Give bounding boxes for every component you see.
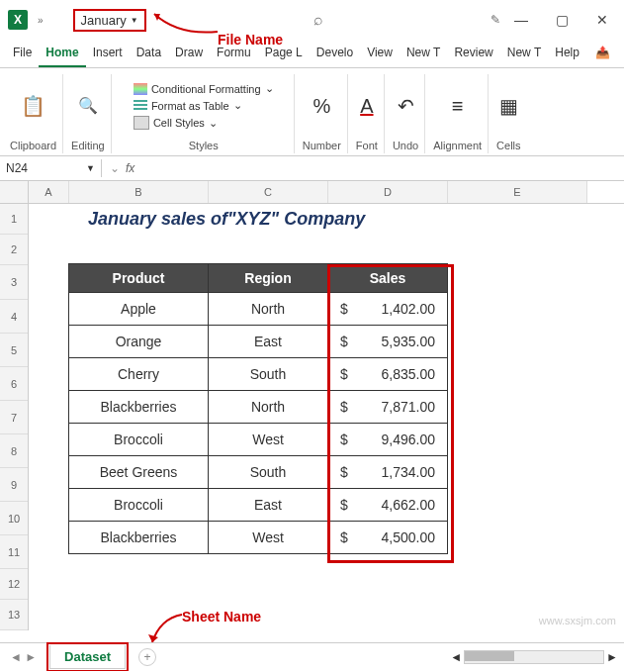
share-button[interactable]: 📤: [587, 40, 618, 67]
file-name-annotation: File Name: [218, 32, 283, 48]
qat-chevron-icon[interactable]: »: [34, 15, 47, 26]
header-region: Region: [209, 264, 328, 293]
sheet-tab-highlight: Dataset: [46, 642, 129, 671]
ribbon-cells[interactable]: ▦ Cells: [490, 74, 526, 153]
row-header[interactable]: 3: [0, 265, 28, 300]
sheet-tab-dataset[interactable]: Dataset: [49, 645, 126, 669]
conditional-formatting-button[interactable]: Conditional Formatting ⌄: [134, 82, 274, 95]
menu-developer[interactable]: Develo: [310, 40, 360, 67]
menu-review[interactable]: Review: [447, 40, 499, 67]
horizontal-scrollbar[interactable]: ◄ ►: [450, 650, 618, 664]
row-header[interactable]: 8: [0, 434, 28, 468]
cells-label: Cells: [496, 138, 520, 153]
chevron-down-icon: ▼: [86, 163, 95, 173]
format-as-table-button[interactable]: Format as Table ⌄: [134, 99, 242, 112]
scroll-left-icon[interactable]: ◄: [450, 650, 462, 664]
ribbon-font[interactable]: A Font: [350, 74, 385, 153]
scroll-thumb[interactable]: [465, 651, 514, 661]
minimize-button[interactable]: —: [506, 8, 536, 32]
header-sales: Sales: [328, 264, 448, 293]
menu-help[interactable]: Help: [548, 40, 586, 67]
ribbon: 📋 Clipboard 🔍 Editing Conditional Format…: [0, 68, 624, 156]
number-label: Number: [303, 138, 341, 153]
col-header[interactable]: E: [448, 181, 587, 203]
menu-file[interactable]: File: [6, 40, 39, 67]
search-icon[interactable]: ⌕: [313, 11, 323, 29]
expand-icon[interactable]: ⌄: [110, 161, 120, 175]
row-header[interactable]: 1: [0, 204, 28, 235]
col-header[interactable]: D: [328, 181, 448, 203]
menu-bar: File Home Insert Data Draw Formu Page L …: [0, 40, 624, 68]
ribbon-styles: Conditional Formatting ⌄ Format as Table…: [114, 74, 295, 153]
table-row: OrangeEast$5,935.00: [69, 326, 448, 358]
menu-newtab1[interactable]: New T: [400, 40, 447, 67]
header-product: Product: [69, 264, 209, 293]
styles-label: Styles: [189, 138, 219, 153]
row-header[interactable]: 12: [0, 569, 28, 600]
row-headers: 1 2 3 4 5 6 7 8 9 10 11 12 13: [0, 181, 29, 630]
percent-icon: %: [312, 96, 330, 116]
row-header[interactable]: 5: [0, 334, 28, 367]
table-row: AppleNorth$1,402.00: [69, 293, 448, 326]
editing-label: Editing: [71, 138, 105, 153]
maximize-button[interactable]: ▢: [548, 8, 577, 32]
menu-draw[interactable]: Draw: [168, 40, 210, 67]
ribbon-alignment[interactable]: ≡ Alignment: [427, 74, 489, 153]
scroll-right-icon[interactable]: ►: [606, 650, 618, 664]
cellstyles-icon: [134, 116, 149, 130]
table-row: Beet GreensSouth$1,734.00: [69, 456, 448, 489]
add-sheet-button[interactable]: +: [138, 648, 156, 666]
undo-icon: ↶: [398, 96, 414, 116]
table-row: BroccoliEast$4,662.00: [69, 489, 448, 522]
row-header[interactable]: 13: [0, 600, 28, 630]
menu-view[interactable]: View: [360, 40, 400, 67]
ribbon-number[interactable]: % Number: [297, 74, 348, 153]
data-table: Product Region Sales AppleNorth$1,402.00…: [68, 263, 448, 554]
close-button[interactable]: ✕: [588, 8, 616, 32]
menu-home[interactable]: Home: [39, 40, 85, 67]
row-header[interactable]: 9: [0, 468, 28, 502]
row-header[interactable]: 7: [0, 401, 28, 434]
fx-label[interactable]: fx: [126, 161, 134, 175]
menu-newtab2[interactable]: New T: [500, 40, 548, 67]
clipboard-icon: 📋: [21, 96, 45, 116]
row-header[interactable]: 2: [0, 235, 28, 265]
ribbon-undo[interactable]: ↶ Undo: [387, 74, 425, 153]
editing-icon: 🔍: [78, 98, 98, 114]
file-name-dropdown[interactable]: January ▼: [73, 9, 146, 32]
table-row: BlackberriesNorth$7,871.00: [69, 391, 448, 424]
scroll-track[interactable]: [464, 650, 604, 664]
ribbon-clipboard[interactable]: 📋 Clipboard: [4, 74, 63, 153]
chevron-down-icon: ▼: [131, 16, 138, 25]
cells-area[interactable]: January sales of"XYZ" Company Product Re…: [29, 204, 624, 554]
col-header[interactable]: B: [69, 181, 209, 203]
tab-nav-arrows[interactable]: ◄ ►: [0, 650, 46, 664]
column-headers: A B C D E: [29, 181, 624, 204]
cell-styles-button[interactable]: Cell Styles ⌄: [134, 116, 218, 130]
select-all-corner[interactable]: [0, 181, 28, 204]
font-label: Font: [356, 138, 378, 153]
row-header[interactable]: 10: [0, 502, 28, 535]
col-header[interactable]: C: [209, 181, 328, 203]
spreadsheet-grid[interactable]: 1 2 3 4 5 6 7 8 9 10 11 12 13 A B C D E …: [0, 181, 624, 630]
col-header[interactable]: A: [29, 181, 69, 203]
pen-icon[interactable]: ✎: [490, 13, 500, 27]
menu-data[interactable]: Data: [130, 40, 168, 67]
table-row: BlackberriesWest$4,500.00: [69, 522, 448, 554]
ribbon-editing[interactable]: 🔍 Editing: [65, 74, 112, 153]
cells-icon: ▦: [499, 96, 518, 116]
name-box[interactable]: N24 ▼: [0, 159, 102, 177]
excel-app-icon[interactable]: X: [8, 10, 28, 30]
sheet-name-annotation: Sheet Name: [182, 609, 261, 624]
table-row: CherrySouth$6,835.00: [69, 358, 448, 391]
alignment-label: Alignment: [433, 138, 482, 153]
sheet-tab-bar: ◄ ► Dataset + ◄ ►: [0, 642, 624, 671]
row-header[interactable]: 4: [0, 300, 28, 334]
sheet-title: January sales of"XYZ" Company: [29, 204, 624, 234]
menu-insert[interactable]: Insert: [86, 40, 130, 67]
annotation-arrow-icon: [148, 8, 220, 38]
row-header[interactable]: 11: [0, 535, 28, 569]
table-header-row: Product Region Sales: [69, 264, 448, 293]
row-header[interactable]: 6: [0, 367, 28, 401]
table-icon: [134, 100, 147, 112]
